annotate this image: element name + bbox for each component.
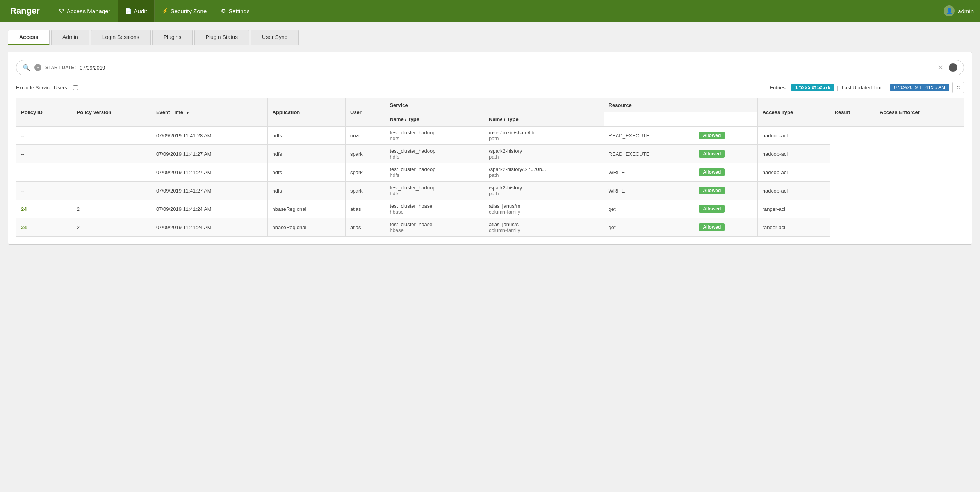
sort-icon[interactable]: ▼ bbox=[186, 111, 190, 115]
entries-info: Entries : 1 to 25 of 52676 | Last Update… bbox=[770, 82, 964, 93]
policy-id-link[interactable]: 24 bbox=[21, 225, 27, 230]
th-result: Result bbox=[830, 98, 875, 127]
result-badge: Allowed bbox=[699, 132, 725, 139]
exclude-label: Exclude Service Users : bbox=[16, 85, 70, 91]
cell-policy-version bbox=[72, 163, 151, 182]
top-nav: Ranger 🛡 Access Manager 📄 Audit ⚡ Securi… bbox=[0, 0, 980, 22]
refresh-button[interactable]: ↻ bbox=[952, 82, 964, 93]
cell-event-time: 07/09/2019 11:41:24 AM bbox=[151, 218, 267, 237]
policy-id-link[interactable]: 24 bbox=[21, 206, 27, 212]
nav-items: 🛡 Access Manager 📄 Audit ⚡ Security Zone… bbox=[52, 0, 944, 22]
table-row[interactable]: 24 2 07/09/2019 11:41:24 AM hbaseRegiona… bbox=[16, 218, 964, 237]
th-resource-name-type: Name / Type bbox=[484, 112, 604, 127]
cell-resource-name: /spark2-history/.27070b...path bbox=[484, 163, 604, 182]
result-badge: Allowed bbox=[699, 205, 725, 213]
cell-application: hbaseRegional bbox=[267, 200, 345, 218]
clear-filter-button[interactable]: ✕ bbox=[34, 64, 41, 71]
cell-policy-version bbox=[72, 182, 151, 200]
tab-access[interactable]: Access bbox=[8, 30, 50, 45]
nav-settings[interactable]: ⚙ Settings bbox=[214, 0, 257, 22]
search-close-icon[interactable]: ✕ bbox=[937, 63, 943, 72]
cell-service-name: test_cluster_hbasehbase bbox=[385, 218, 484, 237]
entries-count-badge: 1 to 25 of 52676 bbox=[791, 84, 834, 91]
tab-plugins[interactable]: Plugins bbox=[152, 30, 193, 45]
cell-service-name: test_cluster_hadoophdfs bbox=[385, 127, 484, 145]
tab-plugin-status[interactable]: Plugin Status bbox=[194, 30, 249, 45]
nav-security-zone[interactable]: ⚡ Security Zone bbox=[155, 0, 214, 22]
cell-resource-name: atlas_janus/scolumn-family bbox=[484, 218, 604, 237]
exclude-service-users: Exclude Service Users : bbox=[16, 85, 78, 91]
th-access-type: Access Type bbox=[757, 98, 830, 127]
cell-application: hbaseRegional bbox=[267, 218, 345, 237]
cell-access-type: get bbox=[604, 200, 694, 218]
tab-user-sync[interactable]: User Sync bbox=[251, 30, 299, 45]
info-icon[interactable]: i bbox=[949, 63, 957, 72]
nav-access-manager[interactable]: 🛡 Access Manager bbox=[52, 0, 118, 22]
cell-resource-name: /spark2-historypath bbox=[484, 145, 604, 163]
cell-application: hdfs bbox=[267, 182, 345, 200]
file-icon: 📄 bbox=[125, 8, 132, 14]
audit-tabs: Access Admin Login Sessions Plugins Plug… bbox=[8, 30, 972, 45]
th-access-enforcer: Access Enforcer bbox=[875, 98, 964, 127]
cell-result: Allowed bbox=[694, 218, 757, 237]
app-brand[interactable]: Ranger bbox=[6, 6, 44, 16]
table-row[interactable]: -- 07/09/2019 11:41:28 AM hdfs oozie tes… bbox=[16, 127, 964, 145]
cell-access-enforcer: hadoop-acl bbox=[757, 182, 830, 200]
table-row[interactable]: -- 07/09/2019 11:41:27 AM hdfs spark tes… bbox=[16, 163, 964, 182]
tab-admin[interactable]: Admin bbox=[51, 30, 89, 45]
cell-service-name: test_cluster_hadoophdfs bbox=[385, 145, 484, 163]
table-row[interactable]: -- 07/09/2019 11:41:27 AM hdfs spark tes… bbox=[16, 182, 964, 200]
cell-policy-id[interactable]: 24 bbox=[16, 200, 72, 218]
audit-table: Policy ID Policy Version Event Time ▼ Ap… bbox=[16, 98, 964, 237]
cell-access-type: READ_EXECUTE bbox=[604, 145, 694, 163]
cell-result: Allowed bbox=[694, 145, 757, 163]
cell-access-enforcer: ranger-acl bbox=[757, 218, 830, 237]
lightning-icon: ⚡ bbox=[162, 8, 168, 14]
cell-resource-name: /spark2-historypath bbox=[484, 182, 604, 200]
cell-policy-version: 2 bbox=[72, 218, 151, 237]
cell-event-time: 07/09/2019 11:41:28 AM bbox=[151, 127, 267, 145]
th-event-time: Event Time ▼ bbox=[151, 98, 267, 127]
th-policy-version: Policy Version bbox=[72, 98, 151, 127]
entries-label: Entries : bbox=[770, 85, 788, 91]
cell-policy-id: -- bbox=[16, 145, 72, 163]
last-updated-badge: 07/09/2019 11:41:36 AM bbox=[890, 84, 949, 91]
th-policy-id: Policy ID bbox=[16, 98, 72, 127]
cell-policy-id: -- bbox=[16, 182, 72, 200]
cell-access-type: READ_EXECUTE bbox=[604, 127, 694, 145]
cell-user: spark bbox=[346, 145, 385, 163]
cell-access-enforcer: hadoop-acl bbox=[757, 163, 830, 182]
cell-result: Allowed bbox=[694, 127, 757, 145]
user-menu[interactable]: 👤 admin bbox=[944, 5, 974, 16]
cell-policy-id: -- bbox=[16, 163, 72, 182]
cell-event-time: 07/09/2019 11:41:27 AM bbox=[151, 145, 267, 163]
cell-user: atlas bbox=[346, 200, 385, 218]
nav-audit[interactable]: 📄 Audit bbox=[118, 0, 155, 22]
th-service-group: Service bbox=[385, 98, 604, 112]
cell-event-time: 07/09/2019 11:41:27 AM bbox=[151, 163, 267, 182]
cell-policy-version bbox=[72, 127, 151, 145]
result-badge: Allowed bbox=[699, 168, 725, 176]
cell-policy-id[interactable]: 24 bbox=[16, 218, 72, 237]
cell-access-enforcer: hadoop-acl bbox=[757, 145, 830, 163]
th-application: Application bbox=[267, 98, 345, 127]
cell-user: oozie bbox=[346, 127, 385, 145]
cell-access-type: WRITE bbox=[604, 163, 694, 182]
cell-application: hdfs bbox=[267, 145, 345, 163]
result-badge: Allowed bbox=[699, 150, 725, 158]
cell-event-time: 07/09/2019 11:41:24 AM bbox=[151, 200, 267, 218]
result-badge: Allowed bbox=[699, 223, 725, 231]
cell-service-name: test_cluster_hadoophdfs bbox=[385, 163, 484, 182]
tab-login-sessions[interactable]: Login Sessions bbox=[91, 30, 151, 45]
cell-service-name: test_cluster_hadoophdfs bbox=[385, 182, 484, 200]
th-service-name-type: Name / Type bbox=[385, 112, 484, 127]
table-row[interactable]: 24 2 07/09/2019 11:41:24 AM hbaseRegiona… bbox=[16, 200, 964, 218]
cell-result: Allowed bbox=[694, 200, 757, 218]
user-avatar-icon: 👤 bbox=[944, 5, 955, 16]
table-row[interactable]: -- 07/09/2019 11:41:27 AM hdfs spark tes… bbox=[16, 145, 964, 163]
exclude-users-checkbox[interactable] bbox=[73, 85, 78, 90]
cell-access-type: get bbox=[604, 218, 694, 237]
cell-user: spark bbox=[346, 182, 385, 200]
cell-access-enforcer: ranger-acl bbox=[757, 200, 830, 218]
cell-user: atlas bbox=[346, 218, 385, 237]
